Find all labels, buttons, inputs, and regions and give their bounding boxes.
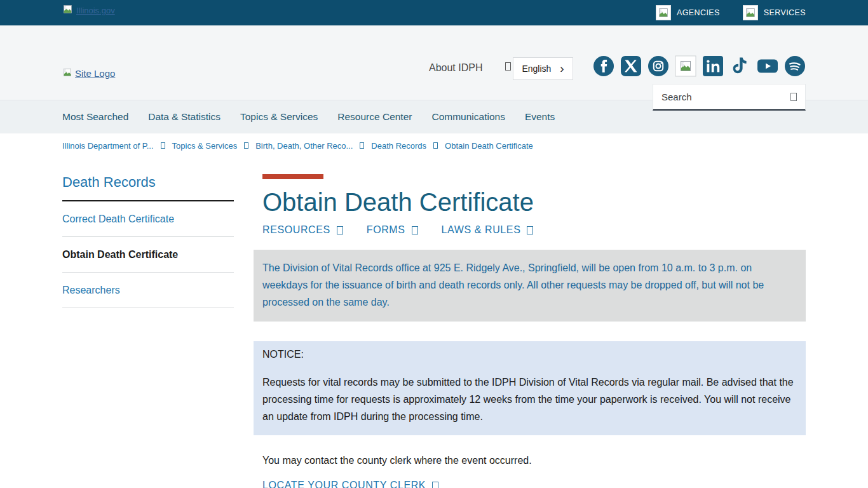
processing-notice: NOTICE: Requests for vital records may b… [254, 341, 806, 435]
page-content: Death Records Correct Death Certificate … [0, 158, 868, 488]
broken-image-icon [743, 5, 758, 20]
notice-body: Requests for vital records may be submit… [262, 374, 796, 425]
section-sidebar: Death Records Correct Death Certificate … [62, 174, 234, 488]
nav-events[interactable]: Events [525, 111, 555, 123]
globe-icon [505, 62, 511, 71]
breadcrumb-separator-icon [161, 142, 165, 149]
instagram-icon [648, 68, 669, 79]
breadcrumb-separator-icon [433, 142, 438, 149]
topbar-quick-links: AGENCIES SERVICES [656, 5, 806, 20]
youtube-icon [757, 68, 778, 79]
breadcrumb-birth-death-records[interactable]: Birth, Death, Other Reco... [255, 141, 353, 151]
external-link-icon [527, 226, 533, 234]
nav-topics-services[interactable]: Topics & Services [240, 111, 318, 123]
laws-rules-link[interactable]: LAWS & RULES [442, 224, 534, 236]
instagram-link[interactable] [648, 55, 669, 77]
linkedin-icon [702, 68, 724, 79]
search-input[interactable] [661, 92, 790, 102]
services-link[interactable]: SERVICES [743, 5, 806, 20]
search-bar [653, 84, 806, 111]
nav-resource-center[interactable]: Resource Center [337, 111, 412, 123]
county-clerk-text: You may contact the county clerk where t… [262, 455, 806, 466]
nav-data-statistics[interactable]: Data & Statistics [148, 111, 220, 123]
broken-image-icon [62, 4, 73, 17]
linkedin-link[interactable] [702, 55, 724, 77]
about-idph-link[interactable]: About IDPH [429, 62, 482, 74]
external-link-icon [432, 482, 438, 488]
breadcrumb-death-records[interactable]: Death Records [371, 141, 426, 151]
breadcrumb-home[interactable]: Illinois Department of P... [62, 141, 154, 151]
nav-most-searched[interactable]: Most Searched [62, 111, 128, 123]
page-title: Obtain Death Certificate [262, 188, 806, 217]
notice-heading: NOTICE: [262, 349, 796, 360]
spotify-link[interactable] [784, 55, 806, 77]
sidebar-item-obtain-death-certificate[interactable]: Obtain Death Certificate [62, 237, 234, 273]
spotify-icon [784, 68, 806, 79]
agencies-link[interactable]: AGENCIES [656, 5, 720, 20]
site-header: Site Logo About IDPH English › [0, 25, 868, 100]
tiktok-link[interactable] [729, 55, 751, 77]
title-accent-bar [262, 174, 323, 179]
sidebar-item-researchers[interactable]: Researchers [62, 273, 234, 308]
forms-link[interactable]: FORMS [367, 224, 418, 236]
sidebar-title-death-records[interactable]: Death Records [62, 174, 234, 191]
site-logo-link[interactable]: Site Logo [62, 67, 115, 79]
gov-topbar: Illinois.gov AGENCIES SERVICES [0, 0, 868, 25]
breadcrumb: Illinois Department of P... Topics & Ser… [0, 133, 868, 158]
search-icon[interactable] [790, 93, 797, 101]
breadcrumb-topics-services[interactable]: Topics & Services [172, 141, 238, 151]
breadcrumb-separator-icon [360, 142, 364, 149]
facebook-icon [593, 68, 614, 79]
broken-image-icon [656, 5, 671, 20]
facebook-link[interactable] [593, 55, 614, 77]
quick-links: RESOURCES FORMS LAWS & RULES [262, 224, 806, 236]
external-link-icon [412, 226, 418, 234]
broken-social-link[interactable] [675, 55, 696, 77]
tiktok-icon [729, 68, 751, 79]
external-link-icon [337, 226, 343, 234]
office-hours-notice: The Division of Vital Records office at … [254, 250, 806, 322]
x-twitter-link[interactable] [620, 55, 642, 77]
breadcrumb-separator-icon [244, 142, 248, 149]
nav-communications[interactable]: Communications [431, 111, 505, 123]
broken-image-icon [675, 68, 696, 79]
breadcrumb-current: Obtain Death Certificate [445, 141, 533, 151]
x-twitter-icon [620, 68, 642, 79]
language-selector[interactable]: English › [513, 57, 573, 80]
sidebar-item-correct-death-certificate[interactable]: Correct Death Certificate [62, 201, 234, 237]
illinois-gov-link[interactable]: Illinois.gov [62, 4, 115, 17]
locate-county-clerk-link[interactable]: LOCATE YOUR COUNTY CLERK [262, 480, 438, 488]
youtube-link[interactable] [757, 55, 778, 77]
social-links [593, 55, 806, 77]
resources-link[interactable]: RESOURCES [262, 224, 343, 236]
chevron-right-icon: › [560, 62, 564, 74]
broken-image-icon [62, 67, 72, 79]
main-column: Obtain Death Certificate RESOURCES FORMS… [262, 174, 806, 488]
